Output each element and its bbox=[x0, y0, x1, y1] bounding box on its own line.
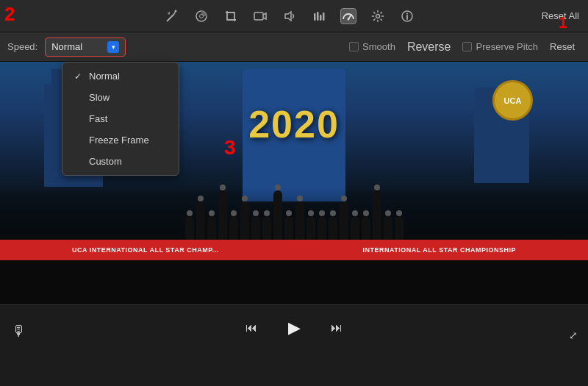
performer bbox=[329, 216, 337, 242]
toolbar-icons bbox=[38, 8, 542, 24]
play-button[interactable]: ▶ bbox=[282, 316, 306, 340]
performer bbox=[284, 216, 293, 242]
performer bbox=[185, 216, 194, 242]
speed-reset-button[interactable]: Reset bbox=[550, 41, 575, 52]
bottom-controls: 🎙 ⏮ ▶ ⏭ ⤢ bbox=[0, 304, 588, 350]
dropdown-item-label: Normal bbox=[89, 71, 120, 82]
svg-rect-8 bbox=[254, 12, 263, 20]
smooth-checkbox-item[interactable]: Smooth bbox=[349, 41, 395, 52]
performer bbox=[262, 216, 271, 242]
svg-point-7 bbox=[200, 14, 204, 18]
speed-bar: Speed: Normal ▾ Smooth Reverse Preserve … bbox=[0, 32, 588, 62]
equalizer-icon[interactable] bbox=[311, 8, 327, 24]
red-banner: UCA INTERNATIONAL ALL STAR CHAMP... INTE… bbox=[0, 240, 588, 260]
svg-point-16 bbox=[376, 14, 380, 18]
svg-rect-10 bbox=[314, 13, 316, 21]
chevron-down-icon: ▾ bbox=[107, 41, 119, 53]
dropdown-item-normal[interactable]: ✓ Normal bbox=[62, 65, 179, 87]
video-camera-icon[interactable] bbox=[252, 8, 268, 24]
performer bbox=[229, 216, 238, 242]
dropdown-item-label: Custom bbox=[89, 156, 122, 167]
performer bbox=[218, 190, 227, 242]
banner-text-left: UCA INTERNATIONAL ALL STAR CHAMP... bbox=[72, 246, 219, 254]
color-wheel-icon[interactable] bbox=[193, 8, 209, 24]
dropdown-item-label: Freeze Frame bbox=[89, 135, 149, 146]
svg-line-0 bbox=[167, 14, 174, 21]
dropdown-item-label: Slow bbox=[89, 92, 110, 103]
performer bbox=[318, 216, 326, 242]
speed-controls-right: Smooth Reverse Preserve Pitch Reset bbox=[349, 40, 575, 54]
smooth-label: Smooth bbox=[362, 41, 395, 52]
svg-rect-11 bbox=[317, 12, 319, 21]
top-toolbar: Reset All bbox=[0, 0, 588, 32]
performer bbox=[362, 216, 370, 242]
playback-controls: ⏮ ▶ ⏭ bbox=[243, 316, 345, 340]
performer bbox=[273, 190, 282, 242]
preserve-pitch-checkbox-item[interactable]: Preserve Pitch bbox=[462, 41, 538, 52]
performer bbox=[340, 201, 348, 242]
wand-icon[interactable] bbox=[164, 8, 180, 24]
performer bbox=[240, 201, 249, 242]
speed-label: Speed: bbox=[7, 41, 37, 52]
dropdown-item-freeze-frame[interactable]: ✓ Freeze Frame bbox=[62, 129, 179, 151]
preserve-pitch-label: Preserve Pitch bbox=[476, 41, 538, 52]
skip-forward-button[interactable]: ⏭ bbox=[328, 319, 345, 337]
microphone-button[interactable]: 🎙 bbox=[12, 323, 26, 340]
dropdown-item-fast[interactable]: ✓ Fast bbox=[62, 108, 179, 129]
dropdown-item-label: Fast bbox=[89, 113, 107, 124]
svg-point-19 bbox=[406, 12, 408, 14]
info-icon[interactable] bbox=[399, 8, 415, 24]
reverse-label: Reverse bbox=[407, 40, 451, 54]
performers bbox=[147, 183, 441, 242]
svg-line-3 bbox=[169, 12, 170, 13]
audio-icon[interactable] bbox=[282, 8, 298, 24]
speed-value: Normal bbox=[51, 41, 103, 52]
performer bbox=[373, 190, 381, 242]
dropdown-item-custom[interactable]: ✓ Custom bbox=[62, 151, 179, 172]
svg-marker-9 bbox=[285, 12, 291, 21]
smooth-checkbox[interactable] bbox=[349, 42, 359, 51]
performer bbox=[384, 216, 392, 242]
check-icon: ✓ bbox=[74, 71, 83, 82]
reset-all-button[interactable]: Reset All bbox=[542, 10, 579, 21]
svg-rect-12 bbox=[320, 15, 322, 21]
uca-logo: UCA bbox=[492, 80, 533, 121]
preserve-pitch-checkbox[interactable] bbox=[462, 42, 472, 51]
performer bbox=[295, 201, 304, 242]
skip-back-button[interactable]: ⏮ bbox=[243, 319, 260, 337]
dropdown-item-slow[interactable]: ✓ Slow bbox=[62, 87, 179, 108]
year-text: 2020 bbox=[248, 102, 340, 146]
performer bbox=[251, 216, 260, 242]
performer bbox=[306, 216, 315, 242]
banner-text-right: INTERNATIONAL ALL STAR CHAMPIONSHIP bbox=[363, 246, 517, 254]
speed-dropdown-menu: ✓ Normal ✓ Slow ✓ Fast ✓ Freeze Frame ✓ … bbox=[62, 62, 179, 176]
performer bbox=[196, 201, 205, 242]
speed-dropdown[interactable]: Normal ▾ bbox=[45, 37, 126, 57]
performer bbox=[207, 216, 216, 242]
svg-point-2 bbox=[175, 10, 177, 12]
fullscreen-button[interactable]: ⤢ bbox=[569, 329, 578, 341]
performer bbox=[395, 216, 404, 242]
svg-rect-13 bbox=[323, 12, 325, 21]
performer bbox=[351, 216, 359, 242]
svg-point-15 bbox=[348, 18, 350, 20]
crop-icon[interactable] bbox=[223, 8, 239, 24]
speedometer-icon[interactable] bbox=[340, 8, 356, 24]
gear-icon[interactable] bbox=[370, 8, 386, 24]
